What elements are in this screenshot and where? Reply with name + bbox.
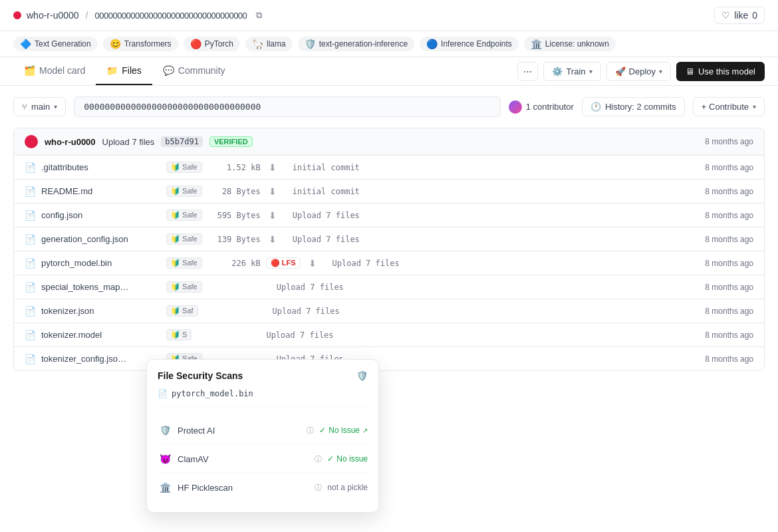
tab-files[interactable]: 📁 Files (96, 57, 152, 85)
org-name[interactable]: who-r-u0000 (27, 10, 79, 21)
tag-label-tgi: text-generation-inference (319, 39, 408, 49)
safe-badge: 🔰 Safe (166, 233, 202, 245)
tag-label-ie: Inference Endpoints (441, 39, 512, 49)
repo-name[interactable]: 0000000000000000000000000000000000 (95, 11, 247, 21)
heart-icon: ♡ (721, 10, 730, 21)
deploy-chevron: ▾ (659, 68, 662, 75)
more-options-button[interactable]: ⋯ (517, 62, 538, 81)
like-count: 0 (752, 10, 757, 21)
branch-name: main (31, 102, 50, 112)
tab-community[interactable]: 💬 Community (152, 57, 236, 85)
file-doc-icon: 📄 (25, 330, 36, 340)
contributor-count: 1 contributor (526, 102, 574, 112)
like-button[interactable]: ♡ like 0 (714, 7, 765, 24)
contribute-label: + Contribute (702, 102, 749, 112)
tab-files-label: Files (122, 65, 142, 76)
commit-username[interactable]: who-r-u0000 (45, 137, 96, 147)
tag-tgi[interactable]: 🛡️ text-generation-inference (298, 37, 414, 51)
deploy-button[interactable]: 🚀 Deploy ▾ (606, 62, 671, 81)
clock-icon: 🕐 (590, 102, 601, 112)
tag-icon-pytorch: 🔴 (190, 39, 201, 49)
popup-header: File Security Scans 🛡️ (158, 370, 368, 371)
history-button[interactable]: 🕐 History: 2 commits (582, 97, 685, 116)
tab-community-label: Community (178, 65, 225, 76)
file-time: 8 months ago (705, 163, 753, 172)
file-time: 8 months ago (705, 307, 753, 316)
tag-inference-endpoints[interactable]: 🔵 Inference Endpoints (420, 37, 519, 51)
file-row: 📄 tokenizer.json 🔰 Saf Upload 7 files 8 … (14, 299, 764, 323)
file-time: 8 months ago (705, 354, 753, 364)
like-label: like (734, 10, 748, 21)
tab-model-card[interactable]: 🗂️ Model card (13, 57, 96, 85)
safe-badge: 🔰 Safe (166, 209, 202, 221)
branch-selector[interactable]: ⑂ main ▾ (13, 97, 66, 116)
file-time: 8 months ago (705, 235, 753, 244)
tag-transformers[interactable]: 😊 Transformers (103, 37, 178, 51)
tag-license[interactable]: 🏛️ License: unknown (524, 37, 616, 51)
download-icon[interactable]: ⬇ (269, 162, 277, 173)
popup-title: File Security Scans (158, 370, 243, 371)
contribute-chevron: ▾ (753, 103, 756, 110)
tag-icon-llama: 🦙 (252, 39, 263, 49)
file-row: 📄 pytorch_model.bin 🔰 Safe 226 kB 🔴 LFS … (14, 251, 764, 275)
file-size: 139 Bytes (207, 235, 261, 244)
file-name[interactable]: tokenizer.model (41, 330, 161, 340)
download-icon[interactable]: ⬇ (269, 186, 277, 197)
file-name[interactable]: .gitattributes (41, 162, 161, 172)
commit-row: who-r-u0000 Upload 7 files b5b7d91 VERIF… (14, 128, 764, 156)
file-size: 595 Bytes (207, 211, 261, 220)
tag-label-transformers: Transformers (124, 39, 172, 49)
safe-badge: 🔰 Saf (166, 305, 198, 317)
download-icon[interactable]: ⬇ (269, 234, 277, 245)
popup-shield-icon: 🛡️ (356, 370, 368, 371)
file-size: 1.52 kB (207, 163, 261, 172)
file-name[interactable]: special_tokens_map… (41, 282, 161, 292)
copy-button[interactable]: ⧉ (255, 9, 263, 22)
file-row: 📄 generation_config.json 🔰 Safe 139 Byte… (14, 227, 764, 251)
monitor-icon: 🖥 (686, 66, 694, 76)
file-name[interactable]: tokenizer.json (41, 306, 161, 316)
tag-llama[interactable]: 🦙 llama (245, 37, 293, 51)
contributor-info: 1 contributor (509, 100, 574, 114)
file-doc-icon: 📄 (25, 162, 36, 173)
file-doc-icon: 📄 (25, 306, 36, 317)
file-doc-icon: 📄 (25, 354, 36, 364)
tag-icon-transformers: 😊 (110, 39, 121, 49)
tab-actions: ⋯ ⚙️ Train ▾ 🚀 Deploy ▾ 🖥 Use this model (517, 62, 765, 81)
file-commit: initial commit (282, 163, 700, 172)
safe-badge: 🔰 Safe (166, 186, 202, 197)
commit-sha[interactable]: b5b7d91 (161, 136, 203, 147)
download-icon[interactable]: ⬇ (269, 210, 277, 221)
use-model-button[interactable]: 🖥 Use this model (676, 62, 765, 81)
tag-pytorch[interactable]: 🔴 PyTorch (184, 37, 240, 51)
deploy-icon: 🚀 (615, 66, 626, 76)
file-time: 8 months ago (705, 259, 753, 268)
file-row: 📄 tokenizer_config.jso… 🔰 Safe Upload 7 … (14, 347, 764, 370)
tab-model-card-label: Model card (39, 65, 85, 76)
path-separator: / (86, 10, 88, 21)
file-name[interactable]: README.md (41, 186, 161, 196)
file-name[interactable]: config.json (41, 210, 161, 220)
commit-time: 8 months ago (705, 137, 753, 146)
safe-badge: 🔰 Safe (166, 257, 202, 269)
tag-label-license: License: unknown (545, 39, 609, 49)
download-icon[interactable]: ⬇ (309, 258, 317, 269)
file-commit: Upload 7 files (266, 283, 700, 292)
commit-user-avatar (25, 135, 38, 148)
train-button[interactable]: ⚙️ Train ▾ (543, 62, 600, 81)
commit-message: Upload 7 files (102, 137, 155, 147)
file-name[interactable]: pytorch_model.bin (41, 258, 161, 268)
tag-text-generation[interactable]: 🔷 Text Generation (13, 37, 98, 51)
deploy-label: Deploy (629, 66, 656, 76)
file-name[interactable]: tokenizer_config.jso… (41, 354, 161, 364)
tag-label-llama: llama (267, 39, 286, 49)
file-size: 226 kB (207, 259, 261, 268)
commit-hash-text: 0000000000000000000000000000000000 (84, 102, 261, 112)
safe-badge: 🔰 Safe (166, 281, 202, 293)
tag-label-text-gen: Text Generation (35, 39, 91, 49)
community-icon: 💬 (163, 65, 174, 76)
contribute-button[interactable]: + Contribute ▾ (693, 97, 765, 116)
file-name[interactable]: generation_config.json (41, 234, 161, 244)
file-commit: Upload 7 files (282, 211, 700, 220)
safe-badge: 🔰 S (166, 329, 192, 340)
